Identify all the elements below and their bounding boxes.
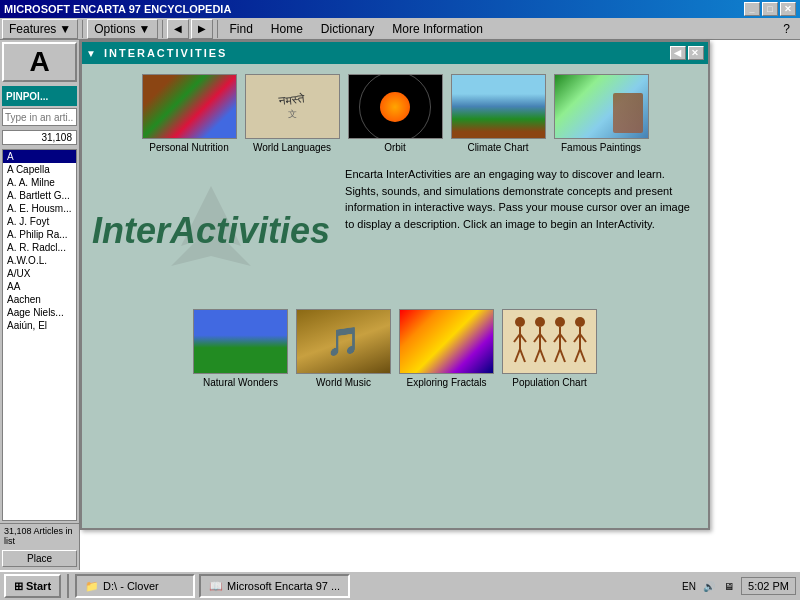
ia-nav-back[interactable]: ◀ <box>670 46 686 60</box>
ia-logo-text: InterActivities <box>92 210 330 252</box>
main-area: A PINPOI... 31,108 AA CapellaA. A. Milne… <box>0 40 800 595</box>
svg-line-11 <box>540 349 545 362</box>
ia-label: World Languages <box>253 142 331 153</box>
svg-line-16 <box>555 349 560 362</box>
ia-world-languages[interactable]: नमस्ते 文 World Languages <box>245 74 340 153</box>
content-area: bets of the Egyptian icians head and the… <box>80 40 800 595</box>
home-menu[interactable]: Home <box>263 19 311 39</box>
list-item[interactable]: A/UX <box>3 267 76 280</box>
left-panel: A PINPOI... 31,108 AA CapellaA. A. Milne… <box>0 40 80 595</box>
divider <box>82 20 83 38</box>
ia-collapse-arrow[interactable]: ▼ <box>86 48 98 59</box>
svg-point-12 <box>555 317 565 327</box>
volume-icon: 🔊 <box>701 578 717 594</box>
svg-line-5 <box>520 349 525 362</box>
ia-label: Exploring Fractals <box>406 377 486 388</box>
system-clock: 5:02 PM <box>741 577 796 595</box>
title-bar: MICROSOFT ENCARTA 97 ENCYCLOPEDIA _ □ ✕ <box>0 0 800 18</box>
ia-natural-wonders[interactable]: Natural Wonders <box>193 309 288 388</box>
svg-line-10 <box>535 349 540 362</box>
svg-line-23 <box>580 349 585 362</box>
ia-label: Natural Wonders <box>203 377 278 388</box>
start-icon: ⊞ <box>14 580 23 593</box>
divider <box>217 20 218 38</box>
pinpoint-header: PINPOI... <box>2 86 77 106</box>
dictionary-menu[interactable]: Dictionary <box>313 19 382 39</box>
ia-close-button[interactable]: ✕ <box>688 46 704 60</box>
menu-bar: Features ▼ Options ▼ ◀ ▶ Find Home Dicti… <box>0 18 800 40</box>
ia-title: INTERACTIVITIES <box>104 47 228 59</box>
taskbar: ⊞ Start 📁 D:\ - Clover 📖 Microsoft Encar… <box>0 570 800 600</box>
ia-label: Personal Nutrition <box>149 142 228 153</box>
place-button: Place <box>2 550 77 567</box>
maximize-button[interactable]: □ <box>762 2 778 16</box>
ia-middle-section: InterActivities Encarta InterActivities … <box>92 161 698 301</box>
ia-famous-paintings[interactable]: Famous Paintings <box>554 74 649 153</box>
list-item[interactable]: A. Bartlett G... <box>3 189 76 202</box>
list-item[interactable]: A Capella <box>3 163 76 176</box>
ia-label: Orbit <box>384 142 406 153</box>
start-button[interactable]: ⊞ Start <box>4 574 61 598</box>
divider <box>162 20 163 38</box>
ia-logo-area: InterActivities <box>92 161 330 301</box>
network-icon: 🖥 <box>721 578 737 594</box>
ia-exploring-fractals[interactable]: Exploring Fractals <box>399 309 494 388</box>
options-menu[interactable]: Options ▼ <box>87 19 157 39</box>
articles-count: 31,108 Articles in list <box>0 523 79 548</box>
svg-line-4 <box>515 349 520 362</box>
list-item[interactable]: A. R. Radcl... <box>3 241 76 254</box>
taskbar-item-encarta[interactable]: 📖 Microsoft Encarta 97 ... <box>199 574 350 598</box>
pinpoint-input[interactable] <box>2 108 77 126</box>
list-item[interactable]: A <box>3 150 76 163</box>
ia-climate-chart[interactable]: Climate Chart <box>451 74 546 153</box>
list-item[interactable]: AA <box>3 280 76 293</box>
back-button[interactable]: ◀ <box>167 19 189 39</box>
book-icon: 📖 <box>209 580 223 593</box>
folder-icon: 📁 <box>85 580 99 593</box>
title-controls: _ □ ✕ <box>744 2 796 16</box>
forward-button[interactable]: ▶ <box>191 19 213 39</box>
svg-point-6 <box>535 317 545 327</box>
svg-point-18 <box>575 317 585 327</box>
alpha-display: A <box>2 42 77 82</box>
list-item[interactable]: A. J. Foyt <box>3 215 76 228</box>
close-button[interactable]: ✕ <box>780 2 796 16</box>
dropdown-arrow-icon: ▼ <box>139 22 151 36</box>
taskbar-item-clover[interactable]: 📁 D:\ - Clover <box>75 574 195 598</box>
ia-label: Climate Chart <box>467 142 528 153</box>
ia-top-row: Personal Nutrition नमस्ते 文 World Langu <box>92 74 698 153</box>
features-menu[interactable]: Features ▼ <box>2 19 78 39</box>
ia-content: Personal Nutrition नमस्ते 文 World Langu <box>82 64 708 528</box>
svg-point-0 <box>515 317 525 327</box>
list-item[interactable]: A. Philip Ra... <box>3 228 76 241</box>
minimize-button[interactable]: _ <box>744 2 760 16</box>
ia-title-bar: ▼ INTERACTIVITIES ◀ ✕ <box>82 42 708 64</box>
ia-controls: ◀ ✕ <box>670 46 704 60</box>
keyboard-lang-icon: EN <box>681 578 697 594</box>
dropdown-arrow-icon: ▼ <box>59 22 71 36</box>
svg-line-22 <box>575 349 580 362</box>
list-item[interactable]: Aachen <box>3 293 76 306</box>
help-menu[interactable]: ? <box>775 19 798 39</box>
svg-line-17 <box>560 349 565 362</box>
app-title: MICROSOFT ENCARTA 97 ENCYCLOPEDIA <box>4 3 231 15</box>
ia-orbit[interactable]: Orbit <box>348 74 443 153</box>
taskbar-right: EN 🔊 🖥 5:02 PM <box>681 577 796 595</box>
list-item[interactable]: A. A. Milne <box>3 176 76 189</box>
more-info-menu[interactable]: More Information <box>384 19 491 39</box>
count-display: 31,108 <box>2 130 77 145</box>
list-item[interactable]: Aage Niels... <box>3 306 76 319</box>
list-item[interactable]: A.W.O.L. <box>3 254 76 267</box>
ia-personal-nutrition[interactable]: Personal Nutrition <box>142 74 237 153</box>
ia-description: Encarta InterActivities are an engaging … <box>340 161 698 301</box>
list-item[interactable]: Aaiún, El <box>3 319 76 332</box>
ia-world-music[interactable]: 🎵 World Music <box>296 309 391 388</box>
article-list[interactable]: AA CapellaA. A. MilneA. Bartlett G...A. … <box>2 149 77 521</box>
interactivities-window: ▼ INTERACTIVITIES ◀ ✕ Personal Nutrition <box>80 40 710 530</box>
taskbar-divider <box>67 574 69 598</box>
list-item[interactable]: A. E. Housm... <box>3 202 76 215</box>
ia-label: Famous Paintings <box>561 142 641 153</box>
find-menu[interactable]: Find <box>222 19 261 39</box>
ia-label: Population Chart <box>512 377 587 388</box>
ia-population-chart[interactable]: Population Chart <box>502 309 597 388</box>
